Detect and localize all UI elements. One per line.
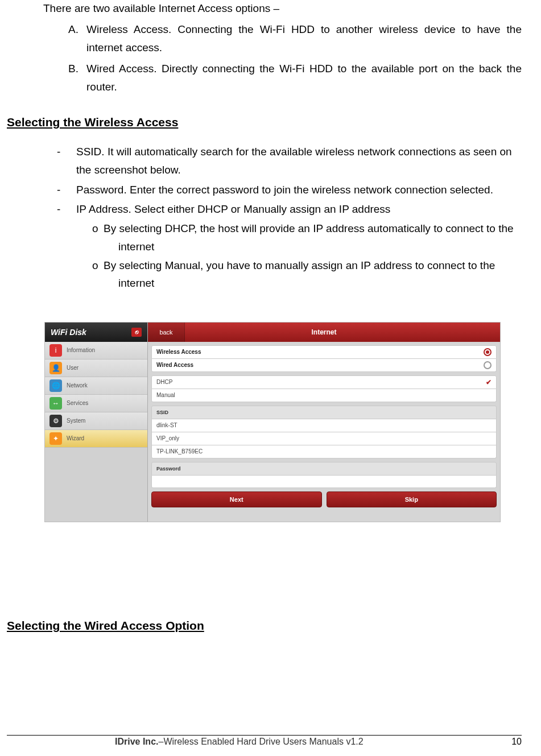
nav-wizard[interactable]: ✦Wizard [45, 430, 147, 448]
footer-text: IDrive Inc.–Wireless Enabled Hard Drive … [7, 737, 364, 747]
sidebar: WiFi Disk ⎋ iInformation👤User🌐Network↔Se… [45, 323, 148, 522]
list-item: A. Wireless Access. Connecting the Wi-Fi… [68, 20, 522, 57]
nav-information[interactable]: iInformation [45, 342, 147, 360]
list-item: - SSID. It will automatically search for… [57, 143, 522, 180]
list-text-cont: internet [104, 238, 522, 255]
button-row: Next Skip [151, 491, 497, 507]
nav-label: Network [67, 382, 88, 389]
power-icon[interactable]: ⎋ [131, 328, 142, 337]
check-icon: ✔ [486, 378, 492, 386]
list-text: By selecting DHCP, the host will provide… [104, 222, 514, 234]
ssid-option[interactable]: dlink-ST [151, 419, 497, 432]
footer-brand: IDrive Inc. [115, 737, 158, 746]
list-marker: - [57, 143, 76, 180]
heading-wireless: Selecting the Wireless Access [7, 115, 522, 129]
nav-network-icon: 🌐 [49, 379, 62, 392]
nav-services-icon: ↔ [49, 397, 62, 410]
list-body: Wired Access. Directly connecting the Wi… [86, 60, 522, 97]
nav-label: System [67, 418, 85, 424]
nav-network[interactable]: 🌐Network [45, 377, 147, 395]
content-pane: back Internet Wireless Access Wired Acce… [148, 323, 500, 522]
password-header: Password [151, 462, 497, 476]
wired-access-option[interactable]: Wired Access [151, 359, 497, 372]
next-button[interactable]: Next [151, 491, 322, 507]
list-item: - IP Address. Select either DHCP or Manu… [57, 200, 522, 218]
radio-off-icon [484, 361, 492, 369]
brand-label: WiFi Disk [51, 328, 86, 337]
ssid-option[interactable]: VIP_only [151, 432, 497, 445]
ssid-group: SSID dlink-ST VIP_only TP-LINK_B759EC [151, 406, 497, 458]
radio-on-icon [484, 348, 492, 356]
manual-option[interactable]: Manual [151, 389, 497, 402]
list-item: o By selecting DHCP, the host will provi… [92, 220, 522, 255]
nav-system-icon: ⚙ [49, 415, 62, 427]
page-title: Internet [148, 328, 500, 336]
nav-label: User [67, 365, 79, 371]
back-button[interactable]: back [148, 323, 185, 342]
nav-information-icon: i [49, 344, 62, 357]
ssid-option[interactable]: TP-LINK_B759EC [151, 445, 497, 458]
list-body: Password. Enter the correct password to … [76, 181, 522, 199]
list-body: By selecting Manual, you have to manuall… [104, 257, 522, 292]
option-label: Wired Access [156, 362, 193, 368]
list-marker: B. [68, 60, 86, 97]
list-item: - Password. Enter the correct password t… [57, 181, 522, 199]
brand-bar: WiFi Disk ⎋ [45, 323, 147, 342]
nav-label: Services [67, 400, 88, 406]
list-body: SSID. It will automatically search for t… [76, 143, 522, 180]
option-label: Manual [156, 392, 175, 398]
list-marker: - [57, 200, 76, 218]
page-footer: IDrive Inc.–Wireless Enabled Hard Drive … [7, 735, 522, 747]
list-marker: o [92, 257, 104, 292]
option-label: Wireless Access [156, 349, 201, 355]
list-item: o By selecting Manual, you have to manua… [92, 257, 522, 292]
wireless-access-option[interactable]: Wireless Access [151, 345, 497, 359]
nav-wizard-icon: ✦ [49, 432, 62, 445]
heading-wired: Selecting the Wired Access Option [7, 619, 522, 633]
dhcp-option[interactable]: DHCP ✔ [151, 375, 497, 389]
password-group: Password [151, 462, 497, 488]
list-body: IP Address. Select either DHCP or Manual… [76, 200, 522, 218]
page-number: 10 [511, 737, 522, 747]
list-marker: o [92, 220, 104, 255]
access-group: Wireless Access Wired Access [151, 345, 497, 372]
list-marker: A. [68, 20, 86, 57]
list-text: By selecting Manual, you have to manuall… [104, 259, 495, 271]
nav-user[interactable]: 👤User [45, 360, 147, 377]
option-label: DHCP [156, 379, 172, 385]
skip-button[interactable]: Skip [327, 491, 497, 507]
ip-mode-group: DHCP ✔ Manual [151, 375, 497, 402]
list-text-cont: internet [104, 274, 522, 292]
topbar: back Internet [148, 323, 500, 342]
nav-label: Information [67, 347, 95, 353]
ssid-header: SSID [151, 406, 497, 419]
list-body: Wireless Access. Connecting the Wi-Fi HD… [86, 20, 522, 57]
dash-list: - SSID. It will automatically search for… [57, 143, 522, 218]
list-item: B. Wired Access. Directly connecting the… [68, 60, 522, 97]
list-marker: - [57, 181, 76, 199]
password-input[interactable] [151, 476, 497, 488]
nav-services[interactable]: ↔Services [45, 395, 147, 412]
list-body: By selecting DHCP, the host will provide… [104, 220, 522, 255]
footer-sub: –Wireless Enabled Hard Drive Users Manua… [158, 737, 363, 746]
wifi-disk-app: WiFi Disk ⎋ iInformation👤User🌐Network↔Se… [44, 322, 501, 522]
nav-label: Wizard [67, 435, 84, 441]
settings-panel: Wireless Access Wired Access DHCP ✔ Manu… [148, 342, 500, 511]
nav-user-icon: 👤 [49, 362, 62, 374]
lettered-list: A. Wireless Access. Connecting the Wi-Fi… [68, 20, 522, 96]
sub-list: o By selecting DHCP, the host will provi… [92, 220, 522, 292]
nav-system[interactable]: ⚙System [45, 412, 147, 430]
intro-text: There are two available Internet Access … [43, 2, 522, 15]
